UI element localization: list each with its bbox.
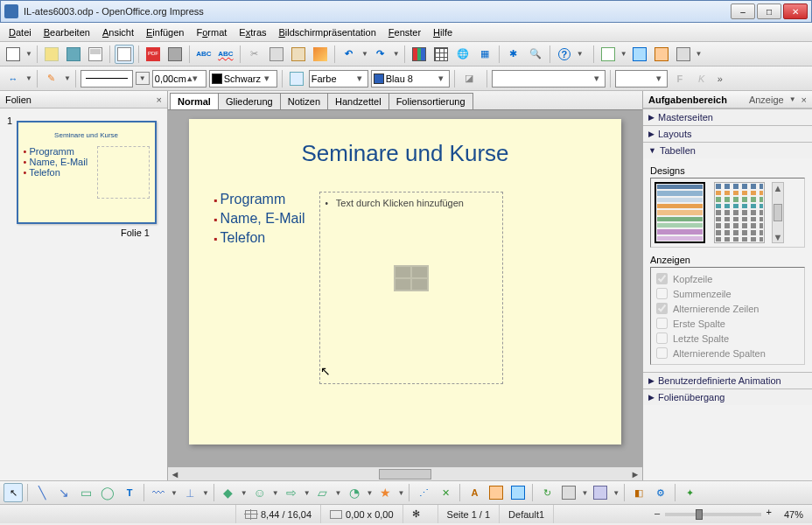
area-button[interactable] [287, 69, 306, 88]
from-file-tool[interactable] [486, 483, 506, 502]
ellipse-tool[interactable]: ◯ [98, 483, 117, 502]
slide-1[interactable]: Seminare und Kurse Programm Name, E-Mail… [189, 119, 621, 444]
star-tool[interactable]: ★ [375, 483, 395, 502]
opt-firstcol[interactable]: Erste Spalte [656, 316, 799, 331]
line-tool[interactable]: ╲ [32, 483, 52, 502]
presentation-button[interactable] [674, 45, 693, 64]
arrow-style-button[interactable]: ↔ [4, 69, 23, 88]
shadow-button[interactable]: ◪ [459, 69, 479, 88]
line-style-button[interactable]: ✎ [42, 69, 61, 88]
text-tool[interactable]: T [120, 483, 139, 502]
navigator-button[interactable]: ✱ [504, 45, 523, 64]
menu-format[interactable]: Format [191, 25, 232, 39]
paste-button[interactable] [289, 45, 308, 64]
interaction-tool[interactable]: ⚙ [651, 483, 670, 502]
block-arrows-tool[interactable]: ⇨ [282, 483, 301, 502]
close-button[interactable]: ✕ [783, 4, 808, 19]
table-design-2[interactable] [714, 182, 765, 243]
callout-tool[interactable]: ◔ [345, 483, 364, 502]
opt-lastcol[interactable]: Letzte Spalte [656, 331, 799, 346]
tab-outline[interactable]: Gliederung [218, 93, 281, 109]
menu-bearbeiten[interactable]: Bearbeiten [38, 25, 95, 39]
task-pane-view-link[interactable]: Anzeige [749, 94, 784, 105]
save-button[interactable] [64, 45, 83, 64]
slide-layout-button[interactable] [652, 45, 671, 64]
extrusion-tool[interactable]: ◧ [629, 483, 648, 502]
slideshow-button[interactable]: ▦ [475, 45, 494, 64]
task-pane-close[interactable]: × [802, 94, 807, 105]
new-button[interactable] [4, 45, 23, 64]
menu-fenster[interactable]: Fenster [383, 25, 426, 39]
task-section-master[interactable]: Masterseiten [643, 109, 812, 125]
menu-ansicht[interactable]: Ansicht [97, 25, 139, 39]
connector-tool[interactable]: ⟂ [180, 483, 200, 502]
placeholder-insert-icons[interactable] [394, 265, 429, 291]
points-tool[interactable]: ⋰ [414, 483, 433, 502]
italic-button[interactable]: K [692, 69, 711, 88]
menu-datei[interactable]: Datei [4, 25, 37, 39]
slide-thumbnail-1[interactable]: Seminare und Kurse Programm Name, E-Mail… [17, 121, 157, 224]
opt-sumrow[interactable]: Summenzeile [656, 286, 799, 301]
opt-altrows[interactable]: Alternierende Zeilen [656, 301, 799, 316]
line-style-combo[interactable] [80, 70, 133, 88]
style-combo[interactable]: ▾ [492, 70, 606, 88]
format-paintbrush-button[interactable] [311, 45, 330, 64]
horizontal-scrollbar[interactable]: ◄ ► [168, 466, 642, 480]
basic-shapes-tool[interactable]: ◆ [219, 483, 238, 502]
hyperlink-button[interactable]: 🌐 [453, 45, 472, 64]
tab-notes[interactable]: Notizen [280, 93, 328, 109]
undo-button[interactable]: ↶ [340, 45, 359, 64]
opt-altcols[interactable]: Alternierende Spalten [656, 346, 799, 360]
align-tool[interactable] [559, 483, 578, 502]
fill-color-combo[interactable]: Blau 8 ▾ [371, 70, 450, 88]
tab-normal[interactable]: Normal [170, 93, 219, 109]
arrow-tool[interactable]: ↘ [54, 483, 74, 502]
flowchart-tool[interactable]: ▱ [313, 483, 332, 502]
designs-scrollbar[interactable]: ▲▼ [772, 182, 784, 243]
slide-design-button[interactable] [630, 45, 649, 64]
opt-header[interactable]: Kopfzeile [656, 271, 799, 286]
table-design-1[interactable] [654, 182, 705, 243]
tab-slidesorter[interactable]: Foliensortierung [388, 93, 473, 109]
slides-panel-close[interactable]: × [157, 94, 162, 105]
slide-insert-button[interactable] [598, 45, 618, 64]
arrange-tool[interactable] [591, 483, 610, 502]
font-combo[interactable]: ▾ [615, 70, 668, 88]
task-section-transition[interactable]: Folienübergang [643, 389, 812, 405]
slide-content-list[interactable]: Programm Name, E-Mail Telefon [214, 192, 305, 384]
select-tool[interactable]: ↖ [4, 483, 23, 502]
menu-einfuegen[interactable]: Einfügen [141, 25, 189, 39]
minimize-button[interactable]: – [731, 4, 755, 19]
menu-bildschirmpraesentation[interactable]: Bildschirmpräsentation [274, 25, 382, 39]
tab-handout[interactable]: Handzettel [327, 93, 389, 109]
task-section-tables[interactable]: Tabellen [643, 143, 812, 158]
animation-tool[interactable]: ✦ [680, 483, 699, 502]
spellcheck-button[interactable]: ABC [194, 45, 214, 64]
autospell-button[interactable]: ABC [216, 45, 235, 64]
copy-button[interactable] [267, 45, 286, 64]
mail-button[interactable] [86, 45, 105, 64]
maximize-button[interactable]: □ [757, 4, 781, 19]
gallery-tool[interactable] [508, 483, 528, 502]
zoom-button[interactable]: 🔍 [526, 45, 545, 64]
curve-tool[interactable]: 〰 [149, 483, 168, 502]
glue-tool[interactable]: ✕ [436, 483, 455, 502]
line-color-combo[interactable]: Schwarz ▾ [209, 70, 277, 88]
symbol-shapes-tool[interactable]: ☺ [250, 483, 270, 502]
cut-button[interactable]: ✂ [245, 45, 264, 64]
line-width-combo[interactable]: 0,00cm ▴▾ [152, 70, 206, 88]
slide-title[interactable]: Seminare und Kurse [214, 140, 597, 167]
bold-button[interactable]: F [670, 69, 690, 88]
task-section-layouts[interactable]: Layouts [643, 126, 812, 142]
zoom-slider[interactable] [651, 505, 775, 523]
print-direct-button[interactable] [165, 45, 185, 64]
fill-mode-combo[interactable]: Farbe ▾ [309, 70, 368, 88]
edit-doc-button[interactable] [115, 45, 134, 64]
content-placeholder[interactable]: Text durch Klicken hinzufügen [319, 192, 503, 384]
menu-hilfe[interactable]: Hilfe [428, 25, 458, 39]
zoom-value[interactable]: 47% [775, 505, 812, 523]
open-button[interactable] [42, 45, 61, 64]
help-button[interactable]: ? [555, 45, 574, 64]
fontwork-tool[interactable]: A [465, 483, 484, 502]
export-pdf-button[interactable]: PDF [144, 45, 163, 64]
